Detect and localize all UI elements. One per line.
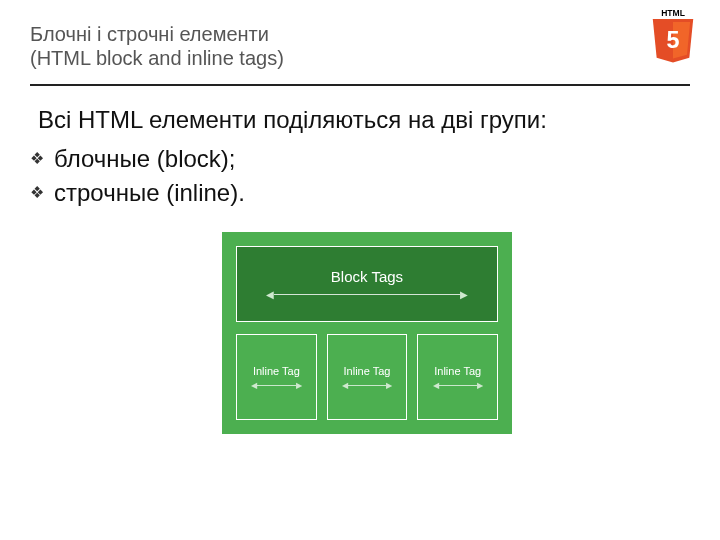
block-tags-box: Block Tags ◀▶ (236, 246, 498, 322)
html5-logo-number: 5 (667, 27, 680, 53)
slide-body: Всі HTML елементи поділяються на дві гру… (0, 86, 720, 210)
inline-tag-box: Inline Tag ◀▶ (236, 334, 317, 420)
horizontal-arrow-icon: ◀▶ (433, 381, 483, 390)
horizontal-arrow-icon: ◀▶ (251, 381, 301, 390)
inline-tags-row: Inline Tag ◀▶ Inline Tag ◀▶ Inline Tag ◀… (236, 334, 498, 420)
inline-tag-label: Inline Tag (344, 365, 391, 377)
block-tags-label: Block Tags (331, 268, 403, 285)
diagram-canvas: Block Tags ◀▶ Inline Tag ◀▶ Inline Tag ◀… (222, 232, 512, 434)
list-item: ❖ строчные (inline). (30, 176, 690, 210)
diamond-bullet-icon: ❖ (30, 176, 54, 204)
inline-tag-label: Inline Tag (434, 365, 481, 377)
horizontal-arrow-icon: ◀▶ (266, 289, 469, 300)
bullet-text: блочные (block); (54, 142, 235, 176)
bullet-text: строчные (inline). (54, 176, 245, 210)
intro-text: Всі HTML елементи поділяються на дві гру… (38, 104, 690, 136)
inline-tag-box: Inline Tag ◀▶ (327, 334, 408, 420)
horizontal-arrow-icon: ◀▶ (342, 381, 392, 390)
block-inline-diagram: Block Tags ◀▶ Inline Tag ◀▶ Inline Tag ◀… (222, 232, 512, 434)
slide-title-line2: (HTML block and inline tags) (30, 46, 690, 70)
list-item: ❖ блочные (block); (30, 142, 690, 176)
inline-tag-box: Inline Tag ◀▶ (417, 334, 498, 420)
html5-logo-icon: HTML 5 (648, 8, 698, 64)
inline-tag-label: Inline Tag (253, 365, 300, 377)
slide-title-line1: Блочні і строчні елементи (30, 22, 690, 46)
diamond-bullet-icon: ❖ (30, 142, 54, 170)
slide-header: Блочні і строчні елементи (HTML block an… (0, 0, 720, 80)
html5-logo-label: HTML (661, 8, 685, 18)
